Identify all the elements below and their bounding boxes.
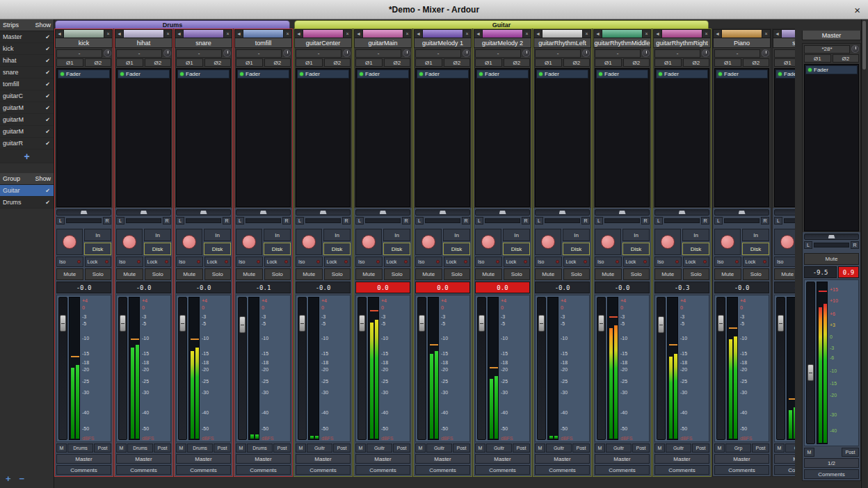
strips-list-item[interactable]: tomfill✔ bbox=[0, 79, 54, 90]
processor-box[interactable]: Fader bbox=[654, 68, 709, 207]
trim-knob[interactable] bbox=[343, 49, 351, 57]
fader-handle[interactable] bbox=[359, 315, 365, 332]
processor-box[interactable]: Fader bbox=[595, 68, 650, 207]
strip-width-icon[interactable]: ◄ bbox=[533, 29, 542, 38]
pan-width-bar[interactable] bbox=[784, 218, 795, 223]
record-enable-button[interactable] bbox=[116, 229, 143, 255]
strip-hide-icon[interactable]: × bbox=[283, 29, 292, 38]
fader-slot[interactable] bbox=[597, 297, 606, 440]
meter-point-post-button[interactable]: Post bbox=[154, 444, 171, 453]
visible-checkbox[interactable]: ✔ bbox=[45, 200, 50, 206]
strip-width-icon[interactable]: ◄ bbox=[175, 29, 184, 38]
mute-button[interactable]: Mute bbox=[415, 268, 442, 280]
solo-button[interactable]: Solo bbox=[623, 268, 650, 280]
gain-display[interactable]: -0.0 bbox=[56, 282, 111, 293]
mute-button[interactable]: Mute bbox=[475, 268, 502, 280]
input-monitor-button[interactable]: In bbox=[144, 229, 171, 241]
disk-monitor-button[interactable]: Disk bbox=[383, 243, 410, 255]
strip-hide-icon[interactable]: × bbox=[463, 29, 472, 38]
record-enable-button[interactable] bbox=[595, 229, 621, 255]
gain-display[interactable]: 0.0 bbox=[475, 282, 530, 293]
input-monitor-button[interactable]: In bbox=[742, 229, 769, 241]
fader-handle[interactable] bbox=[60, 315, 66, 332]
processor-box[interactable]: Fader bbox=[774, 68, 795, 207]
strip-width-icon[interactable]: ◄ bbox=[354, 29, 363, 38]
fader-handle[interactable] bbox=[778, 315, 784, 332]
phase-invert-2-button[interactable]: Ø2 bbox=[623, 58, 650, 67]
disk-monitor-button[interactable]: Disk bbox=[443, 243, 470, 255]
master-mute-button[interactable]: Mute bbox=[804, 253, 859, 265]
gain-display[interactable]: -0.0 bbox=[595, 282, 650, 293]
fader-slot[interactable] bbox=[477, 297, 486, 440]
fader-processor[interactable]: Fader bbox=[297, 70, 349, 79]
disk-monitor-button[interactable]: Disk bbox=[563, 243, 590, 255]
input-routing-button[interactable]: - bbox=[296, 49, 341, 58]
comments-button[interactable]: Comments bbox=[774, 465, 795, 475]
fader-processor[interactable]: Fader bbox=[417, 70, 469, 79]
strip-hide-icon[interactable]: × bbox=[522, 29, 531, 38]
processor-box[interactable]: Fader bbox=[535, 68, 590, 207]
pan-handle-icon[interactable] bbox=[440, 211, 447, 214]
fader-handle[interactable] bbox=[239, 316, 246, 333]
visible-checkbox[interactable]: ✔ bbox=[45, 58, 50, 64]
processor-box[interactable]: Fader bbox=[116, 68, 171, 207]
group-button[interactable]: Grp bbox=[785, 444, 795, 453]
comments-button[interactable]: Comments bbox=[355, 465, 410, 475]
phase-invert-2-button[interactable]: Ø2 bbox=[264, 58, 291, 67]
processor-active-led[interactable] bbox=[300, 72, 303, 76]
solo-lock-button[interactable]: Lock bbox=[683, 257, 710, 267]
strip-name-button[interactable]: guitarMelody 2 bbox=[474, 38, 531, 48]
pan-slider[interactable] bbox=[475, 209, 530, 215]
record-enable-button[interactable] bbox=[355, 229, 382, 255]
master-peak-display[interactable]: 0.9 bbox=[838, 266, 859, 278]
master-fader-slot[interactable] bbox=[806, 282, 815, 444]
visible-checkbox[interactable]: ✔ bbox=[45, 34, 50, 40]
phase-invert-1-button[interactable]: Ø1 bbox=[535, 58, 562, 67]
meter-point-post-button[interactable]: Post bbox=[572, 444, 590, 453]
master-comments-button[interactable]: Comments bbox=[804, 469, 859, 479]
phase-invert-1-button[interactable]: Ø1 bbox=[714, 58, 741, 67]
strip-color-bar[interactable] bbox=[662, 29, 702, 38]
pan-width-bar[interactable] bbox=[425, 218, 460, 223]
meter-point-post-button[interactable]: Post bbox=[94, 444, 111, 453]
metering-point-button[interactable]: M bbox=[595, 444, 605, 453]
metering-point-button[interactable]: M bbox=[535, 444, 545, 453]
meter-point-post-button[interactable]: Post bbox=[333, 444, 351, 453]
group-button[interactable]: Drums bbox=[127, 444, 153, 453]
comments-button[interactable]: Comments bbox=[475, 465, 530, 475]
trim-knob[interactable] bbox=[403, 49, 410, 57]
master-pan-slider[interactable] bbox=[804, 234, 859, 240]
record-enable-button[interactable] bbox=[475, 229, 501, 255]
fader-processor[interactable]: Fader bbox=[177, 70, 230, 79]
output-button[interactable]: Master bbox=[236, 454, 291, 464]
fader-processor[interactable]: Fader bbox=[476, 70, 529, 79]
mute-button[interactable]: Mute bbox=[774, 268, 795, 280]
pan-width-bar[interactable] bbox=[126, 218, 161, 223]
comments-button[interactable]: Comments bbox=[116, 465, 171, 475]
metering-point-button[interactable]: M bbox=[654, 444, 665, 453]
record-enable-button[interactable] bbox=[774, 229, 795, 255]
strip-hide-icon[interactable]: × bbox=[343, 29, 352, 38]
fader-processor[interactable]: Fader bbox=[237, 70, 289, 79]
fader-handle[interactable] bbox=[658, 316, 664, 333]
pan-handle-icon[interactable] bbox=[320, 211, 327, 214]
pan-handle-icon[interactable] bbox=[81, 211, 88, 214]
solo-lock-button[interactable]: Lock bbox=[623, 257, 650, 267]
fader-slot[interactable] bbox=[776, 297, 785, 440]
vertical-scrollbar[interactable] bbox=[861, 19, 867, 488]
strip-color-bar[interactable] bbox=[303, 29, 343, 38]
processor-active-led[interactable] bbox=[120, 72, 124, 76]
disk-monitor-button[interactable]: Disk bbox=[264, 243, 291, 255]
disk-monitor-button[interactable]: Disk bbox=[682, 243, 709, 255]
pan-slider[interactable] bbox=[654, 209, 709, 215]
add-group-button[interactable]: + bbox=[6, 473, 11, 484]
metering-point-button[interactable]: M bbox=[296, 444, 306, 453]
pan-width-bar[interactable] bbox=[814, 243, 849, 247]
input-monitor-button[interactable]: In bbox=[84, 229, 111, 241]
output-button[interactable]: Master bbox=[116, 454, 171, 464]
phase-invert-1-button[interactable]: Ø1 bbox=[475, 58, 502, 67]
group-button[interactable]: Guitr bbox=[606, 444, 632, 453]
strip-width-icon[interactable]: ◄ bbox=[713, 29, 722, 38]
processor-active-led[interactable] bbox=[778, 72, 782, 76]
gain-display[interactable]: -0.0 bbox=[116, 282, 171, 293]
